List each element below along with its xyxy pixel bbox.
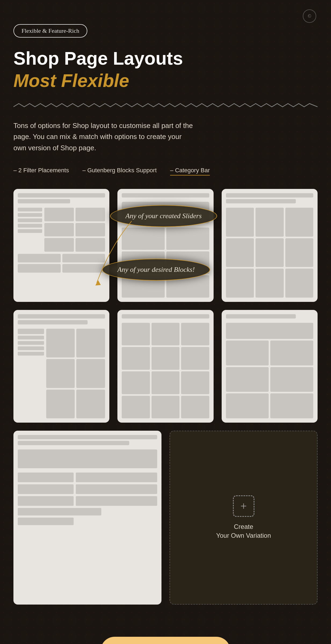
layout-card-create[interactable]: + Create Your Own Variation [170, 431, 318, 605]
layout-card-7[interactable] [13, 431, 161, 605]
create-text: Create Your Own Variation [216, 522, 271, 540]
layout-card-1[interactable] [13, 189, 109, 302]
layout-section-top: Any of your created Sliders Any of your … [13, 189, 318, 302]
feature-item-2: – Gutenberg Blocks Support [82, 167, 157, 175]
layout-card-3[interactable] [222, 189, 318, 302]
layout-card-5[interactable] [117, 310, 213, 423]
zigzag-divider [13, 101, 318, 109]
slider-mock [122, 202, 209, 223]
logo-circle: © [303, 9, 316, 23]
badge-label: Flexible & Feature-Rich [13, 24, 87, 38]
layout-card-2[interactable] [117, 189, 213, 302]
features-list: – 2 Filter Placements – Gutenberg Blocks… [13, 167, 318, 175]
layout-grid-top [13, 189, 318, 302]
title-main: Shop Page Layouts [13, 48, 318, 68]
title-section: Shop Page Layouts Most Flexible [13, 48, 318, 91]
description-text: Tons of options for Shop layout to custo… [13, 120, 196, 154]
layout-card-6[interactable] [222, 310, 318, 423]
layout-grid-bottom: + Create Your Own Variation [13, 431, 318, 605]
go-to-shop-button[interactable]: Go to Shop Page [101, 637, 230, 644]
layout-grid-middle [13, 310, 318, 423]
title-sub: Most Flexible [13, 71, 318, 91]
top-logo: © [301, 8, 318, 24]
feature-item-3: – Category Bar [170, 167, 210, 175]
cta-section: Go to Shop Page [13, 626, 318, 644]
create-icon: + [233, 495, 254, 517]
layout-card-4[interactable] [13, 310, 109, 423]
feature-item-1: – 2 Filter Placements [13, 167, 69, 175]
